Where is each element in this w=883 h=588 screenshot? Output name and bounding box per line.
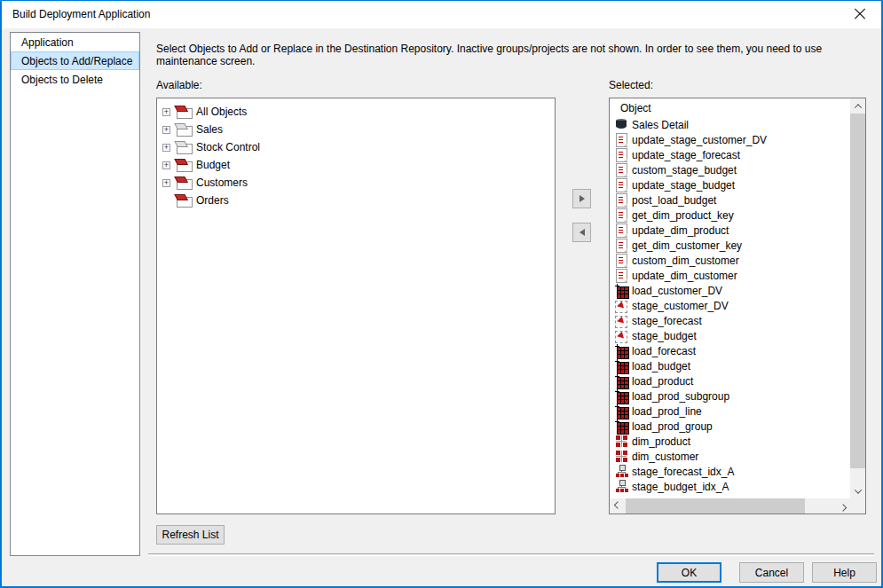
selected-object-row[interactable]: update_stage_forecast: [611, 147, 849, 162]
tree-expander-icon[interactable]: +: [162, 108, 170, 116]
sidebar-item[interactable]: Application: [11, 33, 139, 51]
object-type-icon: [615, 450, 628, 463]
tree-expander-icon[interactable]: +: [162, 144, 170, 152]
tree-item[interactable]: + Budget: [157, 156, 555, 174]
object-type-icon: [615, 299, 628, 312]
tree-item[interactable]: + Stock Control: [157, 138, 555, 156]
selected-object-row[interactable]: update_stage_budget: [611, 177, 849, 192]
vertical-scroll-thumb[interactable]: [850, 114, 865, 468]
object-type-icon: [615, 133, 628, 146]
build-deployment-dialog: Build Deployment Application Application…: [0, 0, 883, 588]
tree-item[interactable]: Orders: [157, 192, 555, 209]
selected-object-row[interactable]: load_forecast: [611, 343, 849, 358]
close-button[interactable]: [840, 1, 879, 27]
selected-object-row[interactable]: stage_forecast: [611, 313, 849, 328]
selected-object-row[interactable]: update_dim_product: [611, 223, 849, 238]
sidebar-nav: Application Objects to Add/Replace Objec…: [10, 32, 140, 556]
tree-item-label: Budget: [196, 159, 230, 171]
cancel-label: Cancel: [755, 567, 788, 579]
scroll-down-button[interactable]: [850, 483, 865, 498]
object-name: load_budget: [632, 360, 690, 372]
object-type-icon: [615, 419, 628, 433]
selected-object-row[interactable]: get_dim_customer_key: [611, 238, 849, 253]
object-type-icon: [615, 239, 628, 252]
chevron-right-icon: [839, 504, 846, 511]
selected-object-row[interactable]: load_customer_DV: [611, 283, 849, 298]
object-name: dim_product: [632, 435, 690, 448]
tree-expander-icon[interactable]: +: [162, 161, 170, 169]
horizontal-scroll-thumb[interactable]: [626, 498, 805, 514]
object-name: custom_dim_customer: [632, 255, 739, 267]
scroll-right-button[interactable]: [835, 498, 850, 514]
selected-object-row[interactable]: update_dim_customer: [611, 268, 849, 283]
available-listbox: + All Objects + Sales + Stock Control: [156, 98, 556, 514]
selected-object-row[interactable]: stage_budget_idx_A: [611, 479, 849, 494]
selected-list-viewport: Object Sales Detail update_stage_custome…: [611, 99, 849, 498]
cancel-button[interactable]: Cancel: [739, 562, 804, 583]
sidebar-item-label: Objects to Add/Replace: [21, 55, 132, 67]
object-name: custom_stage_budget: [632, 164, 737, 176]
tree-expander-icon[interactable]: +: [162, 179, 170, 187]
refresh-list-button[interactable]: Refresh List: [156, 525, 225, 545]
selected-object-row[interactable]: stage_customer_DV: [611, 298, 849, 313]
remove-from-selected-button[interactable]: [572, 223, 591, 242]
object-type-icon: [615, 208, 628, 222]
object-name: stage_budget_idx_A: [632, 481, 729, 493]
selected-object-row[interactable]: dim_customer: [611, 449, 849, 464]
selected-object-row[interactable]: stage_budget: [611, 328, 849, 343]
object-name: load_prod_line: [632, 405, 702, 418]
object-name: load_forecast: [632, 345, 696, 357]
folder-icon: [177, 159, 192, 171]
horizontal-scrollbar[interactable]: [610, 498, 850, 514]
vertical-scrollbar[interactable]: [850, 98, 865, 498]
tree-item[interactable]: + Sales: [157, 121, 555, 138]
selected-object-row[interactable]: Sales Detail: [611, 117, 849, 132]
sidebar-item[interactable]: Objects to Add/Replace: [11, 51, 139, 70]
selected-object-row[interactable]: load_prod_group: [611, 419, 849, 434]
object-name: stage_customer_DV: [632, 300, 729, 312]
add-to-selected-button[interactable]: [572, 189, 591, 208]
object-type-icon: [615, 344, 628, 357]
dialog-title: Build Deployment Application: [12, 8, 150, 20]
object-type-icon: [615, 193, 628, 207]
object-name: load_prod_group: [632, 420, 713, 433]
selected-object-row[interactable]: custom_dim_customer: [611, 253, 849, 268]
scroll-up-button[interactable]: [850, 98, 865, 114]
object-column-header[interactable]: Object: [611, 99, 849, 117]
selected-object-list: Sales Detail update_stage_customer_DV up…: [611, 117, 849, 494]
object-type-icon: [615, 314, 628, 327]
available-tree: + All Objects + Sales + Stock Control: [157, 98, 555, 209]
selected-object-row[interactable]: get_dim_product_key: [611, 208, 849, 223]
object-type-icon: [615, 118, 628, 131]
folder-icon: [177, 141, 192, 153]
selected-object-row[interactable]: update_stage_customer_DV: [611, 132, 849, 147]
selected-object-row[interactable]: dim_product: [611, 434, 849, 449]
object-name: load_product: [632, 375, 693, 388]
selected-object-row[interactable]: load_product: [611, 373, 849, 388]
object-type-icon: [615, 389, 628, 403]
tree-item-label: Sales: [196, 123, 223, 136]
sidebar-item-label: Objects to Delete: [21, 74, 103, 86]
tree-expander-icon[interactable]: +: [162, 126, 170, 134]
sidebar-item[interactable]: Objects to Delete: [11, 70, 139, 89]
ok-button[interactable]: OK: [657, 562, 721, 583]
chevron-up-icon: [854, 104, 861, 111]
object-name: update_stage_budget: [632, 179, 735, 192]
selected-object-row[interactable]: custom_stage_budget: [611, 162, 849, 177]
tree-item[interactable]: + All Objects: [157, 103, 555, 121]
selected-object-row[interactable]: load_budget: [611, 358, 849, 373]
scroll-left-button[interactable]: [610, 498, 625, 514]
instruction-text: Select Objects to Add or Replace in the …: [156, 43, 865, 67]
selected-object-row[interactable]: stage_forecast_idx_A: [611, 464, 849, 479]
object-type-icon: [615, 480, 628, 493]
selected-object-row[interactable]: load_prod_subgroup: [611, 388, 849, 404]
help-button[interactable]: Help: [812, 562, 877, 583]
tree-item[interactable]: + Customers: [157, 174, 555, 192]
object-type-icon: [615, 329, 628, 342]
help-label: Help: [833, 567, 855, 579]
selected-object-row[interactable]: load_prod_line: [611, 404, 849, 419]
title-bar: Build Deployment Application: [2, 1, 881, 28]
object-name: dim_customer: [632, 451, 698, 463]
object-type-icon: [615, 465, 628, 478]
selected-object-row[interactable]: post_load_budget: [611, 192, 849, 208]
